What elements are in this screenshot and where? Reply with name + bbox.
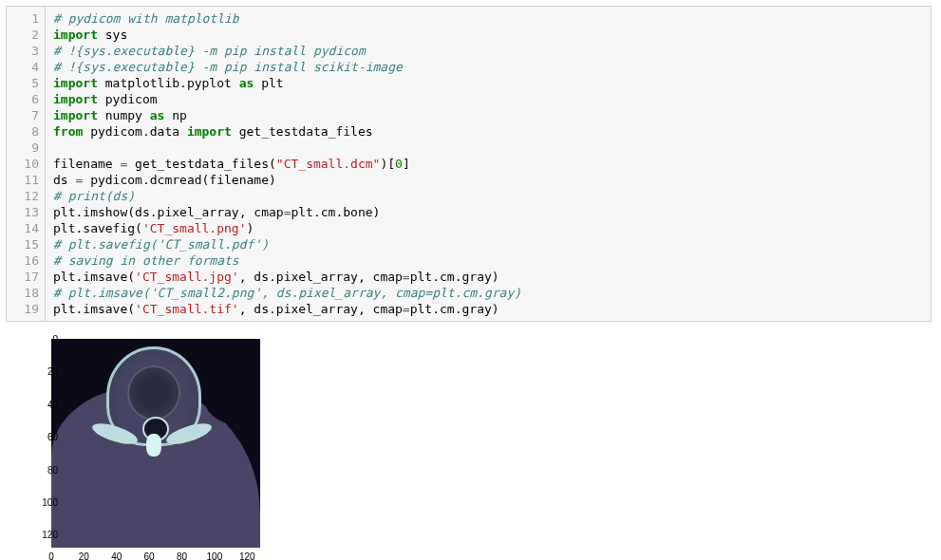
line-number: 11: [7, 172, 39, 188]
line-number: 17: [7, 269, 39, 285]
line-number: 9: [7, 140, 39, 156]
code-line[interactable]: filename = get_testdata_files("CT_small.…: [53, 156, 923, 172]
code-line[interactable]: import numpy as np: [53, 107, 923, 123]
xtick-label: 0: [48, 551, 54, 560]
ytick-label: 100: [31, 496, 58, 507]
xtick-label: 100: [207, 551, 223, 560]
code-line[interactable]: # plt.imsave('CT_small2.png', ds.pixel_a…: [53, 285, 923, 301]
code-line[interactable]: plt.savefig('CT_small.png'): [53, 220, 923, 236]
line-number: 16: [7, 252, 39, 269]
code-line[interactable]: # print(ds): [53, 188, 923, 204]
line-number: 10: [7, 156, 39, 172]
line-number: 3: [7, 43, 39, 59]
line-number: 15: [7, 236, 39, 252]
line-number: 8: [7, 123, 39, 140]
code-line[interactable]: # !{sys.executable} -m pip install pydic…: [53, 43, 923, 59]
xtick-label: 80: [177, 551, 187, 560]
line-number: 18: [7, 285, 39, 301]
xtick-label: 120: [239, 551, 255, 560]
line-number: 12: [7, 188, 39, 204]
code-line[interactable]: ds = pydicom.dcmread(filename): [53, 172, 923, 188]
code-line[interactable]: import matplotlib.pyplot as plt: [53, 75, 923, 91]
plot-axes-image: [51, 339, 260, 548]
code-line[interactable]: import pydicom: [53, 91, 923, 107]
ytick-label: 20: [31, 366, 58, 377]
ytick-label: 60: [31, 432, 58, 442]
ytick-label: 80: [31, 464, 58, 475]
xtick-label: 60: [144, 551, 155, 560]
ytick-label: 120: [31, 530, 58, 540]
code-line[interactable]: plt.imsave('CT_small.jpg', ds.pixel_arra…: [53, 269, 923, 285]
line-number: 14: [7, 220, 39, 236]
code-gutter: 12345678910111213141516171819: [7, 7, 46, 321]
code-line[interactable]: # saving in other formats: [53, 252, 923, 269]
xtick-label: 40: [111, 551, 122, 560]
code-line[interactable]: plt.imsave('CT_small.tif', ds.pixel_arra…: [53, 301, 923, 317]
line-number: 5: [7, 75, 39, 91]
line-number: 1: [7, 10, 39, 27]
output-area: 020406080100120 020406080100120: [11, 339, 935, 560]
line-number: 19: [7, 301, 39, 317]
code-line[interactable]: # plt.savefig('CT_small.pdf'): [53, 236, 923, 252]
code-line[interactable]: import sys: [53, 27, 923, 43]
ytick-label: 40: [31, 399, 58, 409]
matplotlib-figure: 020406080100120 020406080100120: [11, 339, 277, 560]
code-cell[interactable]: 12345678910111213141516171819 # pydicom …: [6, 6, 932, 322]
xtick-label: 20: [79, 551, 89, 560]
code-line[interactable]: # !{sys.executable} -m pip install sciki…: [53, 59, 923, 75]
code-line[interactable]: from pydicom.data import get_testdata_fi…: [53, 123, 923, 140]
line-number: 13: [7, 204, 39, 220]
line-number: 4: [7, 59, 39, 75]
line-number: 6: [7, 91, 39, 107]
ytick-label: 0: [31, 334, 58, 345]
code-line[interactable]: [53, 140, 923, 156]
line-number: 2: [7, 27, 39, 43]
code-editor-content[interactable]: # pydicom with matplotlibimport sys# !{s…: [46, 7, 931, 321]
code-line[interactable]: # pydicom with matplotlib: [53, 10, 923, 27]
code-line[interactable]: plt.imshow(ds.pixel_array, cmap=plt.cm.b…: [53, 204, 923, 220]
line-number: 7: [7, 107, 39, 123]
